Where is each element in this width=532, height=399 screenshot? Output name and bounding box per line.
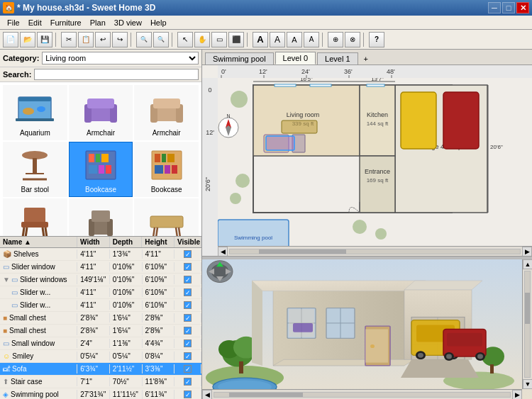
cell-visible[interactable]: ✓ [174, 390, 201, 399]
table-row[interactable]: ■Small chest 2'8¾" 1'6¼" 2'8⅝" ✓ [0, 312, 201, 325]
visible-checkbox[interactable]: ✓ [184, 339, 192, 347]
search-input[interactable] [34, 69, 199, 80]
scroll-thumb-3d-h[interactable] [229, 393, 303, 397]
table-row[interactable]: ■Small chest 2'8¾" 1'6¼" 2'8⅝" ✓ [0, 325, 201, 337]
furniture-item-barstool[interactable]: Bar stool [3, 142, 67, 197]
cell-visible[interactable]: ✓ [174, 288, 201, 297]
new-button[interactable]: 📄 [3, 32, 18, 47]
pan-tool[interactable]: ✋ [194, 32, 210, 47]
visible-checkbox[interactable]: ✓ [184, 390, 192, 398]
view3d-scrollbar-v[interactable]: ▲ ▼ [522, 259, 532, 389]
col-height[interactable]: Height [142, 237, 174, 247]
room-tool[interactable]: ⬛ [228, 32, 244, 47]
scroll-down-btn[interactable]: ▼ [523, 379, 532, 389]
zoom-fit-button[interactable]: ⊕ [328, 32, 343, 47]
visible-checkbox[interactable]: ✓ [184, 352, 192, 360]
furniture-item-bookcase1[interactable]: Bookcase [69, 142, 133, 197]
visible-checkbox[interactable]: ✓ [184, 250, 192, 258]
tab-add-button[interactable]: + [360, 53, 372, 64]
cell-visible[interactable]: ✓ [174, 364, 201, 373]
scroll-up-btn[interactable]: ▲ [523, 259, 532, 269]
menu-plan[interactable]: Plan [86, 17, 110, 28]
cell-visible[interactable]: ✓ [174, 326, 201, 335]
scroll-right-3d-btn[interactable]: ▶ [512, 390, 522, 400]
zoom-fit2-button[interactable]: ⊗ [345, 32, 360, 47]
cell-visible[interactable]: ✓ [174, 377, 201, 386]
cell-visible[interactable]: ✓ [174, 339, 201, 348]
furniture-item-chair2[interactable]: Chair [69, 198, 133, 236]
text-tool-a3[interactable]: A [287, 32, 302, 47]
help-button[interactable]: ? [369, 32, 384, 47]
table-row[interactable]: ⬆Stair case 7'1" 70½" 11'8⅜" ✓ [0, 376, 201, 388]
visible-checkbox[interactable]: ✓ [184, 378, 192, 386]
table-row[interactable]: ▼▭Slider windows 149'1⅛" 0'10⅝" 6'10⅝" ✓ [0, 274, 201, 286]
close-button[interactable]: ✕ [516, 2, 529, 13]
furniture-item-coffeetable[interactable]: Coffee table [134, 198, 199, 236]
col-width[interactable]: Width [77, 237, 110, 247]
visible-checkbox[interactable]: ✓ [184, 263, 192, 271]
tab-level0[interactable]: Level 0 [275, 52, 316, 64]
plan-scrollbar-h[interactable]: ◀ ▶ [218, 246, 532, 256]
maximize-button[interactable]: □ [502, 2, 515, 13]
table-row[interactable]: ▭Slider window 4'11" 0'10⅝" 6'10⅝" ✓ [0, 261, 201, 274]
minimize-button[interactable]: ─ [488, 2, 501, 13]
menu-furniture[interactable]: Furniture [46, 17, 86, 28]
undo-button[interactable]: ↩ [95, 32, 111, 47]
furniture-item-bookcase2[interactable]: Bookcase [134, 142, 199, 197]
furniture-item-aquarium[interactable]: Aquarium [3, 85, 67, 140]
visible-checkbox[interactable]: ✓ [184, 365, 192, 373]
table-row[interactable]: ◈Swimming pool 27'31¾" 11'11½" 6'11¾" ✓ [0, 388, 201, 399]
menu-file[interactable]: File [3, 17, 24, 28]
visible-checkbox[interactable]: ✓ [184, 276, 192, 283]
cell-visible[interactable]: ✓ [174, 352, 201, 361]
menu-3dview[interactable]: 3D view [110, 17, 146, 28]
furniture-item-chair1[interactable]: Chair [3, 198, 67, 236]
furniture-item-armchair1[interactable]: Armchair [69, 85, 133, 140]
text-tool-a4[interactable]: A [304, 32, 319, 47]
furniture-item-armchair2[interactable]: Armchair [134, 85, 199, 140]
visible-checkbox[interactable]: ✓ [184, 314, 192, 322]
cell-visible[interactable]: ✓ [174, 249, 201, 259]
table-row[interactable]: ▭Small window 2'4" 1'1⅜" 4'4¾" ✓ [0, 337, 201, 350]
visible-checkbox[interactable]: ✓ [184, 301, 192, 309]
tab-level1[interactable]: Level 1 [317, 52, 358, 64]
cut-button[interactable]: ✂ [61, 32, 77, 47]
redo-button[interactable]: ↪ [112, 32, 128, 47]
menu-edit[interactable]: Edit [24, 17, 46, 28]
visible-checkbox[interactable]: ✓ [184, 327, 192, 335]
view3d-area[interactable]: ▲ ▼ ◀ ▶ [202, 259, 532, 399]
copy-button[interactable]: 📋 [78, 32, 94, 47]
scroll-thumb-v[interactable] [525, 293, 530, 325]
cell-visible[interactable]: ✓ [174, 300, 201, 310]
zoom-out-button[interactable]: 🔍 [153, 32, 169, 47]
floor-plan-svg[interactable]: 16'5" 13'7" Living room 339 sq ft Kitche… [218, 78, 532, 256]
select-tool[interactable]: ↖ [177, 32, 193, 47]
scroll-left-btn[interactable]: ◀ [218, 247, 228, 257]
table-row[interactable]: 📦Shelves 4'11" 1'3¾" 4'11" ✓ [0, 248, 201, 261]
scroll-thumb-h[interactable] [259, 249, 346, 254]
table-row[interactable]: ▭Slider w... 4'11" 0'10⅝" 6'10⅝" ✓ [0, 286, 201, 299]
table-row[interactable]: ☺Smiley 0'5¼" 0'5¼" 0'8¼" ✓ [0, 350, 201, 363]
wall-tool[interactable]: ▭ [211, 32, 227, 47]
menu-help[interactable]: Help [146, 17, 171, 28]
table-row[interactable]: 🛋Sofa 6'3¾" 2'11½" 3'3⅜" ✓ [0, 363, 201, 376]
col-depth[interactable]: Depth [110, 237, 143, 247]
col-name[interactable]: Name ▲ [0, 237, 77, 247]
tab-swimming-pool[interactable]: Swimming pool [205, 52, 274, 64]
cell-visible[interactable]: ✓ [174, 313, 201, 322]
col-visible[interactable]: Visible [174, 237, 201, 247]
text-tool-a1[interactable]: A [253, 32, 268, 47]
floor-plan-area[interactable]: 0' 12' 24' 36' 48' 0 12' [202, 65, 532, 257]
save-button[interactable]: 💾 [37, 32, 52, 47]
visible-checkbox[interactable]: ✓ [184, 288, 192, 296]
text-tool-a2[interactable]: A [270, 32, 285, 47]
cell-visible[interactable]: ✓ [174, 262, 201, 271]
scroll-right-btn[interactable]: ▶ [522, 247, 532, 257]
table-row[interactable]: ▭Slider w... 4'11" 0'10⅝" 6'10⅝" ✓ [0, 299, 201, 312]
view3d-scrollbar-h[interactable]: ◀ ▶ [202, 389, 522, 399]
category-select[interactable]: Living room Bedroom Kitchen Bathroom [42, 52, 199, 64]
zoom-in-button[interactable]: 🔍 [136, 32, 152, 47]
scroll-left-3d-btn[interactable]: ◀ [202, 390, 212, 400]
open-button[interactable]: 📂 [20, 32, 35, 47]
cell-visible[interactable]: ✓ [174, 275, 201, 284]
